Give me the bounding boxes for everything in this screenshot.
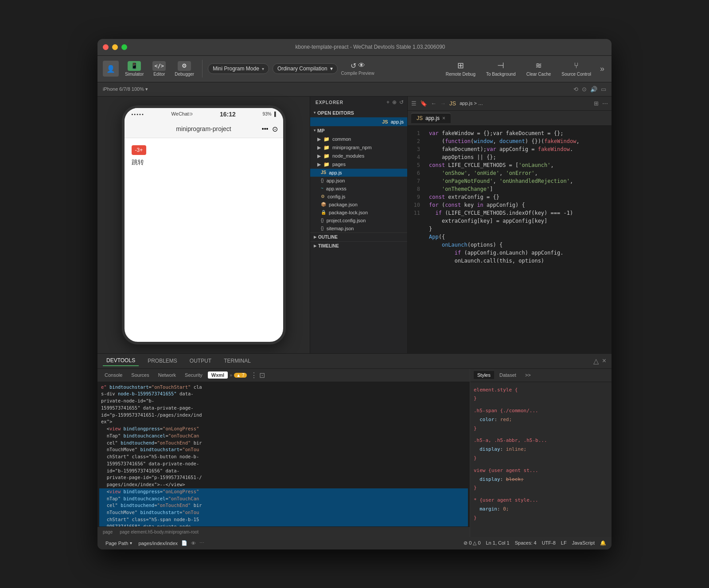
simulator-button[interactable]: 📱 Simulator [122, 59, 146, 78]
devtools-tab-problems[interactable]: PROBLEMS [144, 356, 181, 366]
mini-program-mode-select[interactable]: Mini Program Mode ▾ [208, 63, 269, 74]
to-background-button[interactable]: ⊣ To Background [483, 59, 519, 78]
code-editor[interactable]: var fakeWindow = {};var fakeDocument = {… [424, 126, 612, 353]
devtools-menu-icon[interactable]: ⋮ [250, 371, 257, 379]
open-editor-app-js[interactable]: × JS app.js [310, 117, 407, 126]
mp-section[interactable]: ▾ MP [310, 126, 407, 135]
phone-time: 16:12 [220, 111, 236, 118]
open-editors-section[interactable]: ▾ OPEN EDITORS [310, 108, 407, 117]
devtools-expand-icon[interactable]: ⊡ [259, 371, 265, 379]
code-line-9: 'onThemeChange'] [429, 185, 606, 193]
editor-breadcrumb: app.js > … [460, 101, 483, 106]
devtools-close-icon[interactable]: × [602, 357, 606, 365]
close-button[interactable] [103, 44, 109, 50]
xml-line-11: chStart" class="h5-button node-b- [99, 453, 468, 460]
source-control-button[interactable]: ⑂ Source Control [558, 59, 595, 78]
file-icon-proj: {} [321, 218, 324, 223]
compile-preview-button[interactable]: ↺ 👁 Compile Preview [341, 62, 374, 76]
xml-line-1: e" bindtouchstart="onTouchStart" cla [99, 384, 468, 391]
signal-dots: ••••• [132, 112, 144, 117]
new-folder-icon[interactable]: ⊕ [392, 99, 397, 105]
file-sitemap[interactable]: {} sitemap.json [310, 224, 407, 232]
editor-menu-icon[interactable]: ☰ [411, 100, 417, 107]
content-row: ••••• WeChat⊃ 16:12 93% ▐ miniprogram-pr… [97, 97, 612, 353]
folder-pages[interactable]: ▶ 📁 pages [310, 160, 407, 169]
screen-icon[interactable]: ▭ [601, 86, 606, 93]
devtools-tab-devtools[interactable]: DEVTOOLS [103, 356, 139, 366]
tab-close-icon[interactable]: × [442, 115, 445, 121]
device-select[interactable]: iPhone 6/7/8 100% ▾ [103, 86, 148, 92]
console-tab-wxml[interactable]: Wxml [208, 371, 228, 379]
folder-miniprogram-npm[interactable]: ▶ 📁 miniprogram_npm [310, 143, 407, 152]
editor-more-icon[interactable]: ⋯ [602, 100, 608, 107]
clear-cache-button[interactable]: ≋ Clear Cache [523, 59, 555, 78]
remote-debug-button[interactable]: ⊞ Remote Debug [442, 59, 479, 78]
console-tab-sources[interactable]: Sources [128, 371, 152, 379]
style-close-2: } [474, 424, 608, 433]
debugger-button[interactable]: ⚙ Debugger [172, 59, 197, 78]
file-app-js[interactable]: JS app.js [310, 169, 407, 177]
more-status-icon[interactable]: ⋯ [199, 540, 204, 546]
file-config-js[interactable]: ⚙ config.js [310, 193, 407, 201]
source-control-icon: ⑂ [574, 61, 579, 70]
nav-menu-dots[interactable]: ••• [262, 125, 269, 132]
explorer-panel: EXPLORER + ⊕ ↺ ▾ OPEN EDITORS × JS app.j… [310, 97, 408, 353]
dataset-tab[interactable]: Dataset [496, 371, 520, 379]
devtools-panel: DEVTOOLS PROBLEMS OUTPUT TERMINAL △ × Co… [97, 353, 612, 537]
file-project-config[interactable]: {} project.config.json [310, 217, 407, 224]
file-package-lock[interactable]: 🔒 package-lock.json [310, 209, 407, 217]
code-line-18: if (appConfig.onLaunch) appConfig. [429, 249, 606, 257]
right-more-tab[interactable]: >> [522, 371, 534, 379]
devtools-up-icon[interactable]: △ [593, 357, 599, 365]
compile-dropdown-arrow: ▾ [330, 66, 333, 72]
devtools-tab-output[interactable]: OUTPUT [186, 356, 215, 366]
warning-badge: ▲ 7 [234, 373, 246, 378]
styles-tab[interactable]: Styles [474, 371, 494, 379]
file-package-json[interactable]: 📦 package.json [310, 201, 407, 209]
code-line-11: for (const key in appConfig) { [429, 201, 606, 209]
more-button[interactable]: » [598, 62, 606, 75]
folder-node-modules[interactable]: ▶ 📁 node_modules [310, 152, 407, 160]
copy-icon[interactable]: 📄 [181, 540, 187, 546]
eye-status-icon[interactable]: 👁 [191, 541, 196, 546]
simulator-panel: ••••• WeChat⊃ 16:12 93% ▐ miniprogram-pr… [97, 97, 310, 353]
folder-chevron-npm: ▶ [317, 145, 321, 151]
xml-line-12: 1599573741656" data-private-node- [99, 460, 468, 468]
timeline-label: TIMELINE [318, 244, 339, 248]
refresh-explorer-icon[interactable]: ↺ [399, 99, 404, 105]
xml-line-highlighted-1: <view bindlongpress="onLongPress" [99, 488, 468, 495]
devtools-tab-terminal[interactable]: TERMINAL [220, 356, 254, 366]
style-prop-color: color: red; [474, 415, 608, 424]
new-file-icon[interactable]: + [386, 99, 390, 105]
tabs-more-icon[interactable]: » [230, 372, 232, 378]
editor-left-icons: ☰ 🔖 ← → JS app.js > … [408, 100, 487, 107]
editor-bookmark-icon[interactable]: 🔖 [420, 100, 427, 107]
xml-viewer[interactable]: e" bindtouchstart="onTouchStart" cla s-d… [97, 382, 470, 526]
rotate-icon[interactable]: ⟲ [573, 86, 578, 93]
sound-icon[interactable]: 🔊 [590, 86, 597, 93]
console-tab-console[interactable]: Console [101, 371, 126, 379]
bell-icon[interactable]: 🔔 [600, 540, 606, 546]
devtools-body: Console Sources Network Security Wxml » … [97, 369, 612, 537]
editor-forward-icon[interactable]: → [440, 100, 446, 107]
maximize-button[interactable] [121, 44, 127, 50]
editor-back-icon[interactable]: ← [431, 100, 436, 107]
console-tab-network[interactable]: Network [155, 371, 179, 379]
console-tab-security[interactable]: Security [181, 371, 206, 379]
editor-split-icon[interactable]: ⊞ [594, 100, 599, 107]
jump-badge[interactable]: -3+ [132, 145, 147, 155]
nav-record[interactable]: ⊙ [272, 125, 278, 133]
outline-section[interactable]: ▶ OUTLINE [310, 232, 407, 241]
file-app-wxss[interactable]: ~ app.wxss [310, 185, 407, 193]
minimize-button[interactable] [112, 44, 118, 50]
debugger-icon: ⚙ [178, 61, 191, 71]
editor-button[interactable]: </> Editor [150, 59, 168, 78]
tab-app-js[interactable]: JS app.js × [411, 113, 451, 123]
ordinary-compilation-select[interactable]: Ordinary Compilation ▾ [273, 63, 338, 74]
timeline-section[interactable]: ▶ TIMELINE [310, 241, 407, 250]
page-path-button[interactable]: Page Path ▾ [103, 540, 135, 547]
phone-content: -3+ 跳转 [125, 138, 283, 174]
folder-common[interactable]: ▶ 📁 common [310, 135, 407, 143]
file-app-json[interactable]: {} app.json [310, 177, 407, 185]
screenshot-icon[interactable]: ⊙ [582, 86, 587, 93]
